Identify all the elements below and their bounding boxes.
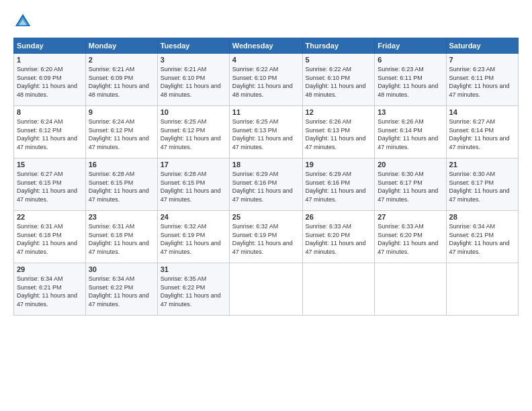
day-detail: Sunrise: 6:34 AMSunset: 6:22 PMDaylight:… [89,275,154,308]
calendar-cell: 9Sunrise: 6:24 AMSunset: 6:12 PMDaylight… [85,106,157,158]
day-number: 1 [17,56,83,64]
calendar-cell: 4Sunrise: 6:22 AMSunset: 6:10 PMDaylight… [229,54,302,106]
day-detail: Sunrise: 6:28 AMSunset: 6:15 PMDaylight:… [161,170,226,203]
calendar-cell: 13Sunrise: 6:26 AMSunset: 6:14 PMDayligh… [375,106,446,158]
calendar-cell: 23Sunrise: 6:31 AMSunset: 6:18 PMDayligh… [85,211,157,263]
calendar-week-row: 15Sunrise: 6:27 AMSunset: 6:15 PMDayligh… [14,158,519,211]
day-number: 31 [161,265,226,273]
day-number: 19 [306,161,372,169]
day-number: 18 [232,161,300,169]
header [13,12,519,31]
day-number: 24 [161,213,226,221]
calendar-cell: 12Sunrise: 6:26 AMSunset: 6:13 PMDayligh… [302,106,375,158]
day-detail: Sunrise: 6:26 AMSunset: 6:14 PMDaylight:… [378,118,443,151]
calendar-cell: 31Sunrise: 6:35 AMSunset: 6:22 PMDayligh… [157,263,229,316]
logo [13,12,35,31]
calendar-cell: 10Sunrise: 6:25 AMSunset: 6:12 PMDayligh… [157,106,229,158]
day-detail: Sunrise: 6:24 AMSunset: 6:12 PMDaylight:… [89,118,154,151]
day-number: 9 [89,108,154,116]
day-number: 2 [89,56,154,64]
calendar-cell: 27Sunrise: 6:33 AMSunset: 6:20 PMDayligh… [375,211,446,263]
logo-icon [13,12,32,31]
day-number: 28 [449,213,515,221]
day-number: 22 [17,213,83,221]
calendar-cell [375,263,446,316]
day-number: 11 [232,108,300,116]
day-detail: Sunrise: 6:35 AMSunset: 6:22 PMDaylight:… [161,275,226,308]
day-detail: Sunrise: 6:33 AMSunset: 6:20 PMDaylight:… [378,222,443,256]
calendar-body: 1Sunrise: 6:20 AMSunset: 6:09 PMDaylight… [14,54,519,316]
calendar-cell: 30Sunrise: 6:34 AMSunset: 6:22 PMDayligh… [85,263,157,316]
day-detail: Sunrise: 6:25 AMSunset: 6:13 PMDaylight:… [232,118,300,151]
calendar-cell: 1Sunrise: 6:20 AMSunset: 6:09 PMDaylight… [14,54,86,106]
calendar-cell: 5Sunrise: 6:22 AMSunset: 6:10 PMDaylight… [302,54,375,106]
calendar-week-row: 22Sunrise: 6:31 AMSunset: 6:18 PMDayligh… [14,211,519,263]
day-number: 25 [232,213,300,221]
day-number: 14 [449,108,515,116]
page: SundayMondayTuesdayWednesdayThursdayFrid… [0,0,532,411]
day-detail: Sunrise: 6:25 AMSunset: 6:12 PMDaylight:… [161,118,226,151]
day-detail: Sunrise: 6:31 AMSunset: 6:18 PMDaylight:… [89,222,154,256]
day-number: 29 [17,265,83,273]
day-detail: Sunrise: 6:28 AMSunset: 6:15 PMDaylight:… [89,170,154,203]
day-number: 30 [89,265,154,273]
calendar-cell: 28Sunrise: 6:34 AMSunset: 6:21 PMDayligh… [446,211,518,263]
day-detail: Sunrise: 6:21 AMSunset: 6:10 PMDaylight:… [161,65,226,99]
calendar-cell: 15Sunrise: 6:27 AMSunset: 6:15 PMDayligh… [14,158,86,211]
calendar-week-row: 29Sunrise: 6:34 AMSunset: 6:21 PMDayligh… [14,263,519,316]
day-number: 12 [306,108,372,116]
calendar-cell: 25Sunrise: 6:32 AMSunset: 6:19 PMDayligh… [229,211,302,263]
calendar-cell: 17Sunrise: 6:28 AMSunset: 6:15 PMDayligh… [157,158,229,211]
day-number: 13 [378,108,443,116]
day-detail: Sunrise: 6:23 AMSunset: 6:11 PMDaylight:… [449,65,515,99]
day-number: 5 [306,56,372,64]
day-of-week-header: Wednesday [229,38,302,54]
day-number: 21 [449,161,515,169]
day-number: 17 [161,161,226,169]
calendar-cell [229,263,302,316]
day-number: 7 [449,56,515,64]
day-number: 10 [161,108,226,116]
calendar-cell: 6Sunrise: 6:23 AMSunset: 6:11 PMDaylight… [375,54,446,106]
day-detail: Sunrise: 6:29 AMSunset: 6:16 PMDaylight:… [306,170,372,203]
day-detail: Sunrise: 6:27 AMSunset: 6:15 PMDaylight:… [17,170,83,203]
day-detail: Sunrise: 6:29 AMSunset: 6:16 PMDaylight:… [232,170,300,203]
calendar-cell: 3Sunrise: 6:21 AMSunset: 6:10 PMDaylight… [157,54,229,106]
calendar-cell: 16Sunrise: 6:28 AMSunset: 6:15 PMDayligh… [85,158,157,211]
day-detail: Sunrise: 6:33 AMSunset: 6:20 PMDaylight:… [306,222,372,256]
day-number: 23 [89,213,154,221]
calendar: SundayMondayTuesdayWednesdayThursdayFrid… [13,38,519,316]
day-number: 4 [232,56,300,64]
calendar-week-row: 1Sunrise: 6:20 AMSunset: 6:09 PMDaylight… [14,54,519,106]
days-of-week-row: SundayMondayTuesdayWednesdayThursdayFrid… [14,38,519,54]
calendar-cell: 7Sunrise: 6:23 AMSunset: 6:11 PMDaylight… [446,54,518,106]
calendar-week-row: 8Sunrise: 6:24 AMSunset: 6:12 PMDaylight… [14,106,519,158]
calendar-cell: 14Sunrise: 6:27 AMSunset: 6:14 PMDayligh… [446,106,518,158]
day-detail: Sunrise: 6:30 AMSunset: 6:17 PMDaylight:… [378,170,443,203]
day-detail: Sunrise: 6:22 AMSunset: 6:10 PMDaylight:… [232,65,300,99]
day-detail: Sunrise: 6:34 AMSunset: 6:21 PMDaylight:… [17,275,83,308]
day-detail: Sunrise: 6:23 AMSunset: 6:11 PMDaylight:… [378,65,443,99]
calendar-cell: 11Sunrise: 6:25 AMSunset: 6:13 PMDayligh… [229,106,302,158]
calendar-cell: 21Sunrise: 6:30 AMSunset: 6:17 PMDayligh… [446,158,518,211]
day-detail: Sunrise: 6:31 AMSunset: 6:18 PMDaylight:… [17,222,83,256]
day-of-week-header: Saturday [446,38,518,54]
day-detail: Sunrise: 6:27 AMSunset: 6:14 PMDaylight:… [449,118,515,151]
calendar-cell [446,263,518,316]
calendar-cell: 8Sunrise: 6:24 AMSunset: 6:12 PMDaylight… [14,106,86,158]
day-detail: Sunrise: 6:32 AMSunset: 6:19 PMDaylight:… [161,222,226,256]
calendar-cell: 2Sunrise: 6:21 AMSunset: 6:09 PMDaylight… [85,54,157,106]
day-number: 26 [306,213,372,221]
day-number: 20 [378,161,443,169]
day-detail: Sunrise: 6:24 AMSunset: 6:12 PMDaylight:… [17,118,83,151]
calendar-cell: 24Sunrise: 6:32 AMSunset: 6:19 PMDayligh… [157,211,229,263]
day-of-week-header: Friday [375,38,446,54]
calendar-cell: 29Sunrise: 6:34 AMSunset: 6:21 PMDayligh… [14,263,86,316]
calendar-cell: 20Sunrise: 6:30 AMSunset: 6:17 PMDayligh… [375,158,446,211]
day-detail: Sunrise: 6:30 AMSunset: 6:17 PMDaylight:… [449,170,515,203]
calendar-cell: 19Sunrise: 6:29 AMSunset: 6:16 PMDayligh… [302,158,375,211]
day-detail: Sunrise: 6:21 AMSunset: 6:09 PMDaylight:… [89,65,154,99]
calendar-cell: 18Sunrise: 6:29 AMSunset: 6:16 PMDayligh… [229,158,302,211]
day-number: 8 [17,108,83,116]
calendar-cell: 26Sunrise: 6:33 AMSunset: 6:20 PMDayligh… [302,211,375,263]
